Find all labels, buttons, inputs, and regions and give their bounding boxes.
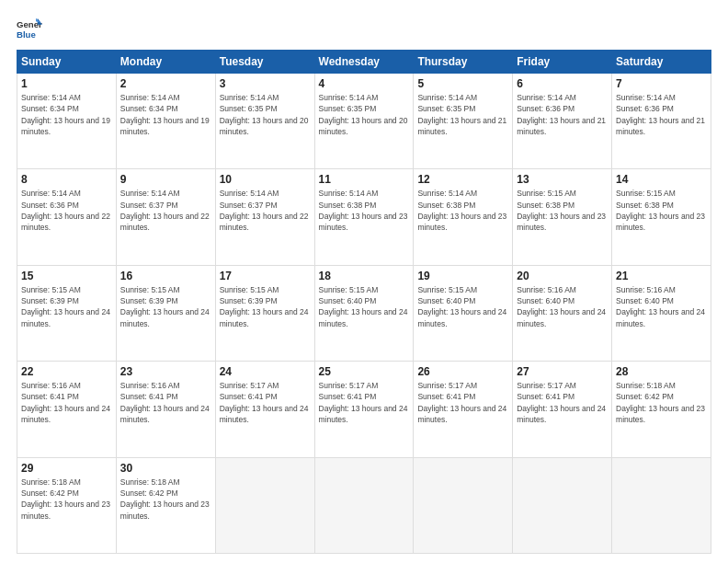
day-info: Sunrise: 5:15 AMSunset: 6:38 PMDaylight:… <box>616 188 707 233</box>
day-number: 8 <box>21 173 112 186</box>
day-number: 27 <box>517 365 608 378</box>
day-info: Sunrise: 5:17 AMSunset: 6:41 PMDaylight:… <box>319 380 410 425</box>
day-number: 30 <box>120 462 211 475</box>
day-number: 19 <box>417 270 508 282</box>
calendar-day-cell: 5Sunrise: 5:14 AMSunset: 6:35 PMDaylight… <box>414 74 513 169</box>
day-info: Sunrise: 5:14 AMSunset: 6:37 PMDaylight:… <box>220 188 311 233</box>
header-tuesday: Tuesday <box>215 51 314 74</box>
day-info: Sunrise: 5:16 AMSunset: 6:41 PMDaylight:… <box>120 380 211 425</box>
day-number: 11 <box>319 173 410 186</box>
day-info: Sunrise: 5:14 AMSunset: 6:38 PMDaylight:… <box>319 188 410 233</box>
calendar-day-cell: 29Sunrise: 5:18 AMSunset: 6:42 PMDayligh… <box>17 457 117 553</box>
calendar-day-cell: 7Sunrise: 5:14 AMSunset: 6:36 PMDaylight… <box>612 74 711 169</box>
day-info: Sunrise: 5:14 AMSunset: 6:35 PMDaylight:… <box>220 92 311 137</box>
calendar-day-cell: 12Sunrise: 5:14 AMSunset: 6:38 PMDayligh… <box>414 169 513 265</box>
calendar-day-cell: 15Sunrise: 5:15 AMSunset: 6:39 PMDayligh… <box>17 265 117 361</box>
calendar-day-cell: 4Sunrise: 5:14 AMSunset: 6:35 PMDaylight… <box>314 74 414 169</box>
day-number: 16 <box>120 270 211 282</box>
calendar-day-cell: 28Sunrise: 5:18 AMSunset: 6:42 PMDayligh… <box>612 362 711 457</box>
calendar-week-row: 15Sunrise: 5:15 AMSunset: 6:39 PMDayligh… <box>17 265 711 361</box>
logo: General Blue <box>17 17 42 42</box>
day-number: 6 <box>517 77 608 90</box>
header-thursday: Thursday <box>414 51 513 74</box>
day-number: 17 <box>220 270 311 282</box>
header-monday: Monday <box>116 51 215 74</box>
calendar-day-cell: 23Sunrise: 5:16 AMSunset: 6:41 PMDayligh… <box>116 362 215 457</box>
day-info: Sunrise: 5:17 AMSunset: 6:41 PMDaylight:… <box>517 380 608 425</box>
calendar-day-cell: 17Sunrise: 5:15 AMSunset: 6:39 PMDayligh… <box>215 265 314 361</box>
day-info: Sunrise: 5:14 AMSunset: 6:37 PMDaylight:… <box>120 188 211 233</box>
day-number: 9 <box>120 173 211 186</box>
calendar-day-cell: 19Sunrise: 5:15 AMSunset: 6:40 PMDayligh… <box>414 265 513 361</box>
day-info: Sunrise: 5:15 AMSunset: 6:40 PMDaylight:… <box>417 284 508 329</box>
calendar-day-cell: 14Sunrise: 5:15 AMSunset: 6:38 PMDayligh… <box>612 169 711 265</box>
svg-text:Blue: Blue <box>17 29 36 40</box>
day-info: Sunrise: 5:14 AMSunset: 6:36 PMDaylight:… <box>616 92 707 137</box>
day-number: 15 <box>21 270 112 282</box>
calendar-day-cell: 16Sunrise: 5:15 AMSunset: 6:39 PMDayligh… <box>116 265 215 361</box>
day-info: Sunrise: 5:17 AMSunset: 6:41 PMDaylight:… <box>417 380 508 425</box>
calendar: Sunday Monday Tuesday Wednesday Thursday… <box>17 50 711 554</box>
day-number: 28 <box>616 365 707 378</box>
calendar-day-cell: 11Sunrise: 5:14 AMSunset: 6:38 PMDayligh… <box>314 169 414 265</box>
day-number: 1 <box>21 77 112 90</box>
calendar-day-cell <box>314 457 414 553</box>
day-number: 2 <box>120 77 211 90</box>
header: General Blue <box>17 17 711 42</box>
day-number: 26 <box>417 365 508 378</box>
calendar-day-cell: 20Sunrise: 5:16 AMSunset: 6:40 PMDayligh… <box>513 265 612 361</box>
day-number: 23 <box>120 365 211 378</box>
calendar-day-cell <box>513 457 612 553</box>
calendar-day-cell: 9Sunrise: 5:14 AMSunset: 6:37 PMDaylight… <box>116 169 215 265</box>
weekday-header-row: Sunday Monday Tuesday Wednesday Thursday… <box>17 51 711 74</box>
calendar-day-cell: 3Sunrise: 5:14 AMSunset: 6:35 PMDaylight… <box>215 74 314 169</box>
header-wednesday: Wednesday <box>314 51 414 74</box>
day-number: 14 <box>616 173 707 186</box>
calendar-day-cell: 30Sunrise: 5:18 AMSunset: 6:42 PMDayligh… <box>116 457 215 553</box>
day-number: 24 <box>220 365 311 378</box>
page: General Blue Sunday Monday Tuesday Wedne… <box>0 0 728 563</box>
day-info: Sunrise: 5:15 AMSunset: 6:40 PMDaylight:… <box>319 284 410 329</box>
calendar-day-cell: 25Sunrise: 5:17 AMSunset: 6:41 PMDayligh… <box>314 362 414 457</box>
day-number: 29 <box>21 462 112 475</box>
header-sunday: Sunday <box>17 51 117 74</box>
day-number: 25 <box>319 365 410 378</box>
calendar-day-cell: 6Sunrise: 5:14 AMSunset: 6:36 PMDaylight… <box>513 74 612 169</box>
day-info: Sunrise: 5:15 AMSunset: 6:39 PMDaylight:… <box>220 284 311 329</box>
day-number: 3 <box>220 77 311 90</box>
calendar-day-cell <box>215 457 314 553</box>
day-info: Sunrise: 5:14 AMSunset: 6:38 PMDaylight:… <box>417 188 508 233</box>
day-number: 4 <box>319 77 410 90</box>
day-info: Sunrise: 5:15 AMSunset: 6:38 PMDaylight:… <box>517 188 608 233</box>
day-info: Sunrise: 5:15 AMSunset: 6:39 PMDaylight:… <box>120 284 211 329</box>
day-number: 18 <box>319 270 410 282</box>
header-saturday: Saturday <box>612 51 711 74</box>
calendar-day-cell: 22Sunrise: 5:16 AMSunset: 6:41 PMDayligh… <box>17 362 117 457</box>
day-info: Sunrise: 5:18 AMSunset: 6:42 PMDaylight:… <box>120 477 211 522</box>
calendar-day-cell: 8Sunrise: 5:14 AMSunset: 6:36 PMDaylight… <box>17 169 117 265</box>
day-info: Sunrise: 5:17 AMSunset: 6:41 PMDaylight:… <box>220 380 311 425</box>
day-number: 21 <box>616 270 707 282</box>
day-info: Sunrise: 5:14 AMSunset: 6:34 PMDaylight:… <box>120 92 211 137</box>
day-info: Sunrise: 5:16 AMSunset: 6:40 PMDaylight:… <box>616 284 707 329</box>
header-friday: Friday <box>513 51 612 74</box>
day-number: 5 <box>417 77 508 90</box>
day-info: Sunrise: 5:14 AMSunset: 6:36 PMDaylight:… <box>517 92 608 137</box>
calendar-day-cell: 1Sunrise: 5:14 AMSunset: 6:34 PMDaylight… <box>17 74 117 169</box>
logo-icon: General Blue <box>17 17 42 42</box>
day-number: 12 <box>417 173 508 186</box>
calendar-day-cell: 21Sunrise: 5:16 AMSunset: 6:40 PMDayligh… <box>612 265 711 361</box>
calendar-day-cell <box>612 457 711 553</box>
calendar-day-cell: 26Sunrise: 5:17 AMSunset: 6:41 PMDayligh… <box>414 362 513 457</box>
calendar-week-row: 22Sunrise: 5:16 AMSunset: 6:41 PMDayligh… <box>17 362 711 457</box>
calendar-week-row: 8Sunrise: 5:14 AMSunset: 6:36 PMDaylight… <box>17 169 711 265</box>
day-info: Sunrise: 5:16 AMSunset: 6:40 PMDaylight:… <box>517 284 608 329</box>
calendar-day-cell <box>414 457 513 553</box>
day-number: 10 <box>220 173 311 186</box>
day-info: Sunrise: 5:14 AMSunset: 6:35 PMDaylight:… <box>319 92 410 137</box>
day-info: Sunrise: 5:16 AMSunset: 6:41 PMDaylight:… <box>21 380 112 425</box>
day-number: 22 <box>21 365 112 378</box>
calendar-day-cell: 24Sunrise: 5:17 AMSunset: 6:41 PMDayligh… <box>215 362 314 457</box>
calendar-day-cell: 10Sunrise: 5:14 AMSunset: 6:37 PMDayligh… <box>215 169 314 265</box>
day-info: Sunrise: 5:18 AMSunset: 6:42 PMDaylight:… <box>21 477 112 522</box>
